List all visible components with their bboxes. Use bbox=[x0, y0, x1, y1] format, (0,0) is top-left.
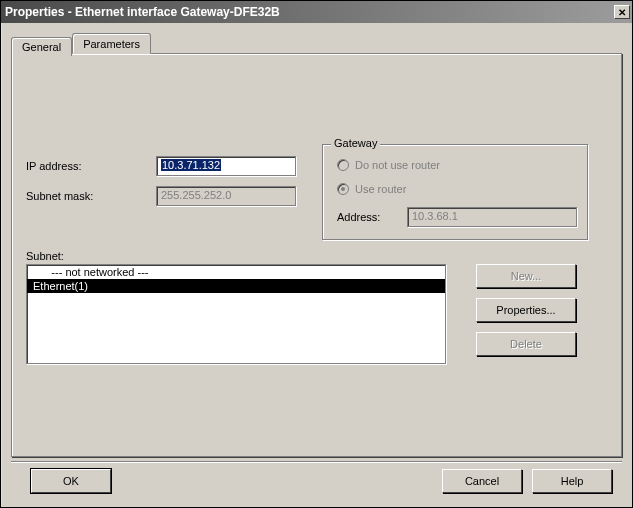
gateway-address-row: Address: 10.3.68.1 bbox=[337, 207, 577, 227]
titlebar[interactable]: Properties - Ethernet interface Gateway-… bbox=[1, 1, 632, 23]
list-item[interactable]: Ethernet(1) bbox=[27, 279, 445, 293]
gateway-fieldset: Gateway Do not use router Use router Add… bbox=[322, 144, 588, 240]
radio-dot-icon bbox=[341, 187, 345, 191]
subnet-label: Subnet: bbox=[26, 250, 607, 262]
delete-button[interactable]: Delete bbox=[476, 332, 576, 356]
radio-use-router-row[interactable]: Use router bbox=[337, 183, 577, 195]
radio-no-router-row[interactable]: Do not use router bbox=[337, 159, 577, 171]
help-button[interactable]: Help bbox=[532, 469, 612, 493]
tab-panel-parameters: IP address: 10.3.71.132 Subnet mask: 255… bbox=[11, 53, 622, 457]
cancel-button[interactable]: Cancel bbox=[442, 469, 522, 493]
bottom-bar: OK Cancel Help bbox=[11, 461, 622, 499]
tab-parameters[interactable]: Parameters bbox=[72, 33, 151, 54]
properties-button[interactable]: Properties... bbox=[476, 298, 576, 322]
gateway-address-input[interactable]: 10.3.68.1 bbox=[407, 207, 577, 227]
upper-section: IP address: 10.3.71.132 Subnet mask: 255… bbox=[26, 156, 607, 240]
radio-no-router-label: Do not use router bbox=[355, 159, 440, 171]
tabstrip: General Parameters bbox=[11, 31, 622, 53]
radio-use-router[interactable] bbox=[337, 183, 349, 195]
ip-address-input[interactable]: 10.3.71.132 bbox=[156, 156, 296, 176]
gateway-legend: Gateway bbox=[331, 137, 380, 149]
radio-use-router-label: Use router bbox=[355, 183, 406, 195]
new-button[interactable]: New... bbox=[476, 264, 576, 288]
ip-address-label: IP address: bbox=[26, 160, 156, 172]
subnet-listbox[interactable]: --- not networked --- Ethernet(1) bbox=[26, 264, 446, 364]
tab-general[interactable]: General bbox=[11, 37, 72, 56]
close-icon[interactable]: ✕ bbox=[614, 5, 630, 19]
ok-button[interactable]: OK bbox=[31, 469, 111, 493]
address-column: IP address: 10.3.71.132 Subnet mask: 255… bbox=[26, 156, 316, 240]
list-item[interactable]: --- not networked --- bbox=[27, 265, 445, 279]
radio-no-router[interactable] bbox=[337, 159, 349, 171]
properties-dialog: Properties - Ethernet interface Gateway-… bbox=[0, 0, 633, 508]
subnet-mask-label: Subnet mask: bbox=[26, 190, 156, 202]
list-buttons: New... Properties... Delete bbox=[476, 264, 576, 366]
window-title: Properties - Ethernet interface Gateway-… bbox=[5, 5, 612, 19]
gateway-address-label: Address: bbox=[337, 211, 407, 223]
client-area: General Parameters IP address: 10.3.71.1… bbox=[1, 23, 632, 507]
subnet-area: --- not networked --- Ethernet(1) New...… bbox=[26, 264, 607, 366]
subnet-mask-input[interactable]: 255.255.252.0 bbox=[156, 186, 296, 206]
